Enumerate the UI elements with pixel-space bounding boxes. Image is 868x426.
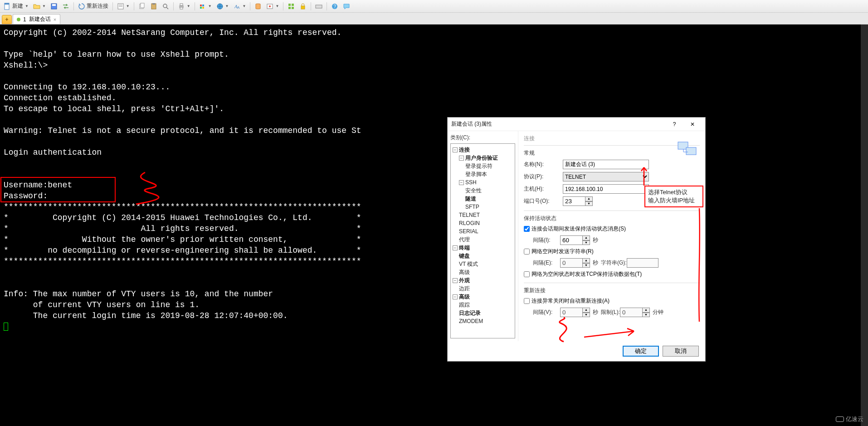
svg-rect-18 [200,7,202,9]
save-button[interactable] [49,2,59,11]
tree-trace[interactable]: 跟踪 [459,301,514,309]
svg-rect-25 [288,4,291,6]
transfer-button[interactable] [60,2,71,11]
copy-button[interactable] [137,2,147,11]
keepalive-chk3[interactable] [524,271,530,277]
svg-rect-3 [52,4,56,6]
tree-ssh[interactable]: SSH [465,179,477,186]
string-input[interactable] [627,258,658,268]
tree-zmodem[interactable]: ZMODEM [459,317,514,325]
save-icon [50,3,58,10]
lock-button[interactable] [297,2,308,11]
keepalive-chk1[interactable] [524,226,530,232]
host-input[interactable] [563,184,649,194]
dialog-help-button[interactable]: ? [665,118,683,131]
svg-text:?: ? [334,4,336,9]
port-label: 端口号(O): [524,197,563,205]
sec-unit-1: 秒 [593,236,598,244]
watermark-text: 亿速云 [846,415,863,423]
session-tab[interactable]: 1 新建会话 × [13,14,60,24]
tree-proxy[interactable]: 代理 [459,235,514,244]
color-button[interactable]: ▼ [197,2,214,11]
new-button[interactable]: 新建 ▼ [2,1,30,11]
tree-rlogin[interactable]: RLOGIN [459,219,514,227]
paste-button[interactable] [148,2,159,11]
print-button[interactable]: ▼ [176,2,192,11]
tree-auth[interactable]: 用户身份验证 [465,155,498,161]
reconnect-chk[interactable] [524,298,530,304]
form-pane: 连接 常规 名称(N): 协议(P): TELNET 主机(H): 端口号(O)… [518,131,705,341]
globe-button[interactable]: ▼ [215,2,231,11]
category-tree[interactable]: −连接 −用户身份验证 登录提示符 登录脚本 −SSH 安全性 隧道 SFTP [450,143,515,338]
close-tab-icon[interactable]: × [54,17,56,22]
dialog-titlebar[interactable]: 新建会话 (3)属性 ? ✕ [448,118,705,131]
reconnect-interval-spinner[interactable]: ▲▼ [560,308,590,317]
protocol-select[interactable]: TELNET [563,172,649,181]
tree-appearance[interactable]: 外观 [459,277,470,284]
connection-icon [677,139,697,157]
tree-keyboard[interactable]: 键盘 [459,252,514,260]
tree-serial[interactable]: SERIAL [459,227,514,235]
cancel-button[interactable]: 取消 [663,346,699,357]
category-pane: 类别(C): −连接 −用户身份验证 登录提示符 登录脚本 −SSH 安全性 隧… [448,131,518,341]
terminal-output[interactable]: Copyright (c) 2002-2014 NetSarang Comput… [0,24,868,426]
copy-icon [138,3,146,10]
reconnect-header: 重新连接 [524,287,700,294]
props-button[interactable]: ▼ [115,2,132,11]
keyboard-button[interactable] [313,2,324,11]
tree-login-script[interactable]: 登录脚本 [465,170,514,178]
svg-text:A: A [237,5,240,10]
svg-rect-28 [292,7,294,9]
fullscreen-button[interactable] [286,2,297,11]
tree-terminal[interactable]: 终端 [459,245,470,251]
reconnect-icon [78,3,85,10]
paste-icon [150,3,157,10]
interval2-spinner[interactable]: ▲▼ [560,258,590,268]
tree-connection[interactable]: 连接 [459,147,470,153]
callout-line2: 输入防火墙IP地址 [648,196,700,205]
keepalive-chk2[interactable] [524,249,530,255]
tree-advanced[interactable]: 高级 [459,268,514,276]
interval1-spinner[interactable]: ▲▼ [560,235,590,245]
limit-spinner[interactable]: ▲▼ [620,308,650,317]
open-button[interactable]: ▼ [31,2,48,11]
category-label: 类别(C): [450,134,515,142]
section-title: 连接 [524,135,700,142]
printer-icon [178,3,185,10]
annotation-scribble-2 [550,317,577,344]
tree-vt[interactable]: VT 模式 [459,260,514,268]
macro-button[interactable]: ▼ [264,2,281,11]
ok-button[interactable]: 确定 [623,346,659,357]
tree-log[interactable]: 日志记录 [459,309,514,317]
script-button[interactable] [253,2,263,11]
tree-margin[interactable]: 边距 [459,284,514,293]
tree-adv2[interactable]: 高级 [459,294,470,300]
chat-button[interactable] [341,2,352,11]
tree-sftp[interactable]: SFTP [465,203,514,211]
find-button[interactable] [160,2,171,11]
group-keepalive: 保持活动状态 连接会话期间发送保持活动状态消息(S) 间隔(I): ▲▼ 秒 网… [524,211,700,278]
group-reconnect: 重新连接 连接异常关闭时自动重新连接(A) 间隔(V): ▲▼ 秒 限制(L):… [524,283,700,317]
lock-icon [299,3,307,10]
keepalive-chk3-label: 网络为空闲状态时发送TCP保持活动数据包(T) [532,270,642,278]
name-input[interactable] [563,160,649,169]
tree-login-prompt[interactable]: 登录提示符 [465,162,514,170]
keepalive-header: 保持活动状态 [524,215,700,222]
chat-icon [343,3,350,10]
port-spinner[interactable]: ▲▼ [563,196,593,206]
font-icon: AA [234,3,241,10]
svg-rect-10 [152,3,155,5]
scrollbar[interactable] [861,24,868,426]
tree-tunnel[interactable]: 隧道 [465,195,514,203]
svg-rect-19 [202,7,204,9]
watermark: 亿速云 [836,415,863,423]
main-toolbar: 新建 ▼ ▼ 重新连接 ▼ ▼ ▼ ▼ AA▼ ▼ ? [0,0,868,13]
tree-telnet[interactable]: TELNET [459,211,514,219]
help-button[interactable]: ? [329,2,340,11]
reconnect-button[interactable]: 重新连接 [76,1,110,11]
add-tab-button[interactable]: + [2,15,12,24]
reconnect-chk-label: 连接异常关闭时自动重新连接(A) [532,297,610,305]
font-button[interactable]: AA▼ [232,2,248,11]
dialog-close-button[interactable]: ✕ [683,118,702,131]
tree-security[interactable]: 安全性 [465,186,514,195]
